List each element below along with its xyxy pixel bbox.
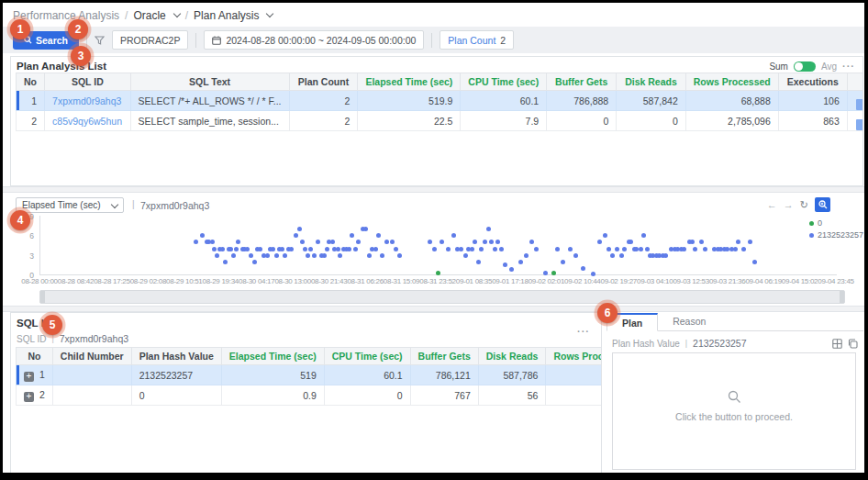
- scatter-point[interactable]: [610, 253, 615, 258]
- scatter-point[interactable]: [606, 247, 611, 251]
- breadcrumb-oracle[interactable]: Oracle: [133, 9, 165, 22]
- scatter-point[interactable]: [265, 253, 270, 258]
- plan-analysis-row[interactable]: 2c85v9qy6w5hunSELECT sample_time, sessio…: [17, 111, 864, 131]
- scatter-point[interactable]: [274, 253, 279, 258]
- chevron-down-icon[interactable]: [266, 10, 273, 17]
- scatter-point[interactable]: [524, 253, 529, 258]
- scatter-point[interactable]: [373, 247, 378, 251]
- zoom-select-button[interactable]: [815, 197, 830, 212]
- scatter-point[interactable]: [271, 247, 275, 251]
- scatter-point[interactable]: [297, 227, 302, 231]
- expand-row-icon[interactable]: +: [24, 372, 34, 382]
- splitter-handle[interactable]: [3, 186, 864, 193]
- clipped-link[interactable]: [856, 119, 863, 130]
- date-range-picker[interactable]: 2024-08-28 00:00:00 ~ 2024-09-05 00:00:0…: [204, 30, 424, 50]
- scatter-point[interactable]: [534, 247, 539, 251]
- plan-analysis-row[interactable]: 17xpxmd0r9ahq3SELECT /*+ ALL_ROWS */ / *…: [17, 91, 864, 111]
- sql-list-header[interactable]: Child Number: [52, 348, 131, 365]
- scatter-point[interactable]: [303, 247, 307, 251]
- scatter-point[interactable]: [736, 240, 740, 244]
- plan-analysis-cell[interactable]: c85v9qy6w5hun: [45, 111, 131, 131]
- plan-analysis-header[interactable]: SQL ID: [45, 73, 131, 91]
- sql-list-header[interactable]: No: [17, 348, 53, 365]
- filter-icon[interactable]: [95, 36, 105, 45]
- scatter-point[interactable]: [236, 240, 240, 244]
- plan-analysis-header[interactable]: [847, 73, 863, 91]
- refresh-icon[interactable]: ↻: [800, 199, 808, 211]
- scrollbar-grip[interactable]: [40, 291, 45, 303]
- scatter-point[interactable]: [619, 253, 624, 258]
- scatter-point[interactable]: [350, 233, 354, 238]
- scatter-point[interactable]: [690, 240, 695, 244]
- scatter-point[interactable]: [581, 266, 585, 271]
- scatter-point[interactable]: [283, 253, 287, 258]
- scatter-point[interactable]: [479, 247, 484, 251]
- scatter-point[interactable]: [509, 267, 514, 272]
- scatter-point[interactable]: [397, 253, 402, 258]
- sql-list-header[interactable]: Rows Processed: [546, 348, 602, 365]
- sql-list-row[interactable]: +200.9076756: [17, 385, 603, 406]
- scatter-point[interactable]: [483, 240, 487, 244]
- clipped-link[interactable]: [856, 99, 863, 110]
- scatter-point[interactable]: [194, 240, 198, 244]
- scatter-point[interactable]: [308, 247, 313, 251]
- plan-analysis-header[interactable]: Executions: [778, 73, 847, 91]
- scatter-point[interactable]: [289, 247, 294, 251]
- scatter-point[interactable]: [489, 240, 494, 244]
- scatter-point[interactable]: [223, 260, 228, 264]
- plan-analysis-header[interactable]: SQL Text: [130, 73, 289, 91]
- scatter-point[interactable]: [615, 247, 619, 251]
- sql-list-header[interactable]: Plan Hash Value: [131, 348, 221, 365]
- scatter-point[interactable]: [245, 247, 250, 251]
- scatter-point[interactable]: [499, 247, 504, 251]
- scatter-point[interactable]: [384, 240, 389, 244]
- breadcrumb-plan-analysis[interactable]: Plan Analysis: [194, 9, 259, 22]
- plan-analysis-header[interactable]: Plan Count: [289, 73, 358, 91]
- scatter-point[interactable]: [353, 247, 358, 251]
- scatter-point[interactable]: [212, 247, 217, 251]
- scatter-point[interactable]: [503, 262, 507, 267]
- scatter-point[interactable]: [210, 240, 215, 244]
- scatter-point[interactable]: [300, 240, 305, 244]
- scatter-point[interactable]: [663, 253, 668, 258]
- scatter-point[interactable]: [597, 240, 602, 244]
- scatter-point[interactable]: [258, 247, 262, 251]
- scatter-point[interactable]: [249, 253, 253, 258]
- expand-row-icon[interactable]: +: [24, 392, 34, 402]
- scatter-point[interactable]: [629, 240, 633, 244]
- scatter-point[interactable]: [367, 253, 372, 258]
- scatter-point[interactable]: [493, 247, 497, 251]
- scatter-point[interactable]: [476, 260, 481, 264]
- scatter-point[interactable]: [347, 247, 351, 251]
- scatter-point[interactable]: [322, 253, 327, 258]
- breadcrumb-performance-analysis[interactable]: Performance Analysis: [13, 9, 119, 22]
- sql-list-header[interactable]: Disk Reads: [478, 348, 546, 365]
- scatter-point[interactable]: [215, 253, 219, 258]
- plan-analysis-cell[interactable]: 7xpxmd0r9ahq3: [45, 91, 131, 111]
- scatter-point[interactable]: [200, 233, 205, 238]
- scatter-point[interactable]: [699, 240, 704, 244]
- scatter-point[interactable]: [459, 247, 463, 251]
- tab-reason[interactable]: Reason: [658, 312, 720, 330]
- scatter-point[interactable]: [733, 247, 738, 251]
- scatter-point[interactable]: [380, 253, 384, 258]
- scatter-point[interactable]: [356, 240, 361, 244]
- scatter-point[interactable]: [440, 240, 444, 244]
- scatter-point[interactable]: [543, 271, 548, 275]
- scatter-point[interactable]: [231, 253, 236, 258]
- plan-analysis-header[interactable]: CPU Time (sec): [461, 73, 547, 91]
- scatter-point[interactable]: [325, 247, 329, 251]
- search-icon[interactable]: [728, 390, 741, 404]
- scatter-point[interactable]: [316, 240, 320, 244]
- scatter-point[interactable]: [338, 253, 342, 258]
- scatter-point[interactable]: [603, 233, 607, 238]
- plan-analysis-header[interactable]: No: [17, 73, 45, 91]
- copy-icon[interactable]: [848, 339, 858, 349]
- scatter-point[interactable]: [446, 247, 451, 251]
- scatter-point[interactable]: [622, 247, 627, 251]
- sql-list-header[interactable]: Elapsed Time (sec): [221, 348, 324, 365]
- scatter-point[interactable]: [470, 247, 474, 251]
- more-options-icon[interactable]: ···: [842, 61, 855, 72]
- chevron-down-icon[interactable]: [173, 10, 181, 17]
- plan-analysis-header[interactable]: Disk Reads: [617, 73, 686, 91]
